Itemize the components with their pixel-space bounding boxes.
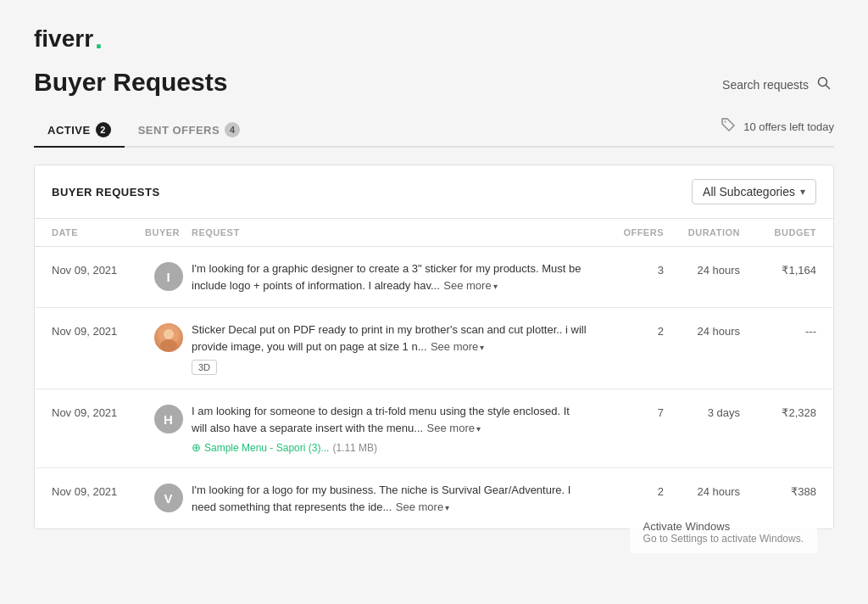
- row2-request: Sticker Decal put on PDF ready to print …: [192, 322, 604, 375]
- svg-point-2: [725, 120, 726, 122]
- row1-offers: 3: [604, 260, 664, 277]
- row3-date: Nov 09, 2021: [52, 403, 145, 419]
- attachment-name: Sample Menu - Sapori (3)...: [204, 442, 329, 454]
- row1-budget: ₹1,164: [740, 260, 816, 277]
- row3-budget: ₹2,328: [740, 403, 816, 419]
- page-title: Buyer Requests: [34, 68, 227, 97]
- table-header: DATE BUYER REQUEST OFFERS DURATION BUDGE…: [35, 219, 833, 247]
- row1-see-more[interactable]: See more: [443, 279, 497, 292]
- search-area: Search requests: [722, 73, 834, 97]
- row4-see-more[interactable]: See more: [396, 501, 449, 513]
- table-row: Nov 09, 2021 Sticker Decal put on PDF re…: [35, 308, 833, 389]
- table-row: Nov 09, 2021 H I am looking for someone …: [35, 389, 833, 468]
- row4-buyer: V: [145, 482, 192, 512]
- col-date: DATE: [52, 227, 145, 238]
- row3-buyer: H: [145, 403, 192, 433]
- chevron-down-icon: ▾: [800, 186, 805, 198]
- avatar: V: [154, 484, 183, 512]
- row2-request-text: Sticker Decal put on PDF ready to print …: [192, 323, 587, 353]
- row3-duration: 3 days: [664, 403, 740, 419]
- col-request: REQUEST: [192, 227, 604, 238]
- tab-sent-offers-badge: 4: [225, 122, 240, 137]
- row3-request-text: I am looking for someone to design a tri…: [192, 405, 570, 434]
- row4-request-text: I'm looking for a logo for my business. …: [192, 484, 570, 513]
- row2-duration: 24 hours: [664, 322, 740, 338]
- subcategory-dropdown[interactable]: All Subcategories ▾: [692, 179, 816, 204]
- row2-buyer: [145, 322, 192, 352]
- activation-subtitle: Go to Settings to activate Windows.: [643, 533, 804, 545]
- row2-budget: ---: [740, 322, 816, 338]
- row3-request: I am looking for someone to design a tri…: [192, 403, 604, 454]
- row3-see-more[interactable]: See more: [427, 422, 481, 434]
- tag-icon: [720, 116, 737, 133]
- tab-active-label: ACTIVE: [47, 124, 91, 137]
- avatar: I: [154, 262, 183, 291]
- svg-point-3: [164, 329, 174, 339]
- search-icon: [817, 76, 831, 90]
- logo-dot: .: [95, 25, 103, 53]
- offers-icon: [720, 116, 737, 137]
- row4-duration: 24 hours: [664, 482, 740, 498]
- tabs-left: ACTIVE 2 SENT OFFERS 4: [34, 114, 253, 146]
- col-buyer: BUYER: [145, 227, 192, 238]
- fiverr-logo: fiverr.: [34, 25, 834, 53]
- row2-date: Nov 09, 2021: [52, 322, 145, 338]
- attachment-icon: ⊕: [192, 441, 201, 454]
- svg-point-4: [160, 339, 177, 351]
- row1-duration: 24 hours: [664, 260, 740, 277]
- main-card: BUYER REQUESTS All Subcategories ▾ DATE …: [34, 165, 834, 529]
- row1-request: I'm looking for a graphic designer to cr…: [192, 260, 604, 294]
- page-header: Buyer Requests Search requests: [34, 68, 834, 97]
- profile-pic: [154, 323, 183, 352]
- col-duration: DURATION: [664, 227, 740, 238]
- col-budget: BUDGET: [740, 227, 816, 238]
- svg-line-1: [826, 86, 830, 89]
- row1-buyer: I: [145, 260, 192, 291]
- card-title: BUYER REQUESTS: [52, 186, 160, 199]
- offers-left: 10 offers left today: [720, 116, 834, 144]
- row4-date: Nov 09, 2021: [52, 482, 145, 498]
- row1-date: Nov 09, 2021: [52, 260, 145, 277]
- row4-budget: ₹388: [740, 482, 816, 498]
- tabs-row: ACTIVE 2 SENT OFFERS 4 10 offers left to…: [34, 114, 834, 148]
- logo-text: fiverr: [34, 25, 93, 53]
- avatar: [154, 323, 183, 352]
- row3-attachment: ⊕ Sample Menu - Sapori (3)... (1.11 MB): [192, 441, 587, 454]
- table-row: Nov 09, 2021 V I'm looking for a logo fo…: [35, 468, 833, 528]
- row2-see-more[interactable]: See more: [431, 340, 484, 353]
- tab-sent-offers[interactable]: SENT OFFERS 4: [125, 114, 254, 148]
- subcategory-label: All Subcategories: [703, 185, 795, 199]
- row2-offers: 2: [604, 322, 664, 338]
- card-header: BUYER REQUESTS All Subcategories ▾: [35, 165, 833, 219]
- row2-tag: 3D: [192, 360, 217, 375]
- offers-left-text: 10 offers left today: [743, 120, 834, 133]
- row4-offers: 2: [604, 482, 664, 498]
- table-row: Nov 09, 2021 I I'm looking for a graphic…: [35, 247, 833, 308]
- row4-request: I'm looking for a logo for my business. …: [192, 482, 604, 515]
- attachment-size: (1.11 MB): [332, 442, 377, 454]
- search-button[interactable]: [814, 73, 834, 97]
- row1-request-text: I'm looking for a graphic designer to cr…: [192, 262, 581, 292]
- tab-active-badge: 2: [96, 122, 111, 137]
- col-offers: OFFERS: [604, 227, 664, 238]
- tab-active[interactable]: ACTIVE 2: [34, 114, 125, 148]
- search-label: Search requests: [722, 78, 809, 92]
- row3-offers: 7: [604, 403, 664, 419]
- tab-sent-offers-label: SENT OFFERS: [138, 124, 220, 137]
- avatar: H: [154, 405, 183, 433]
